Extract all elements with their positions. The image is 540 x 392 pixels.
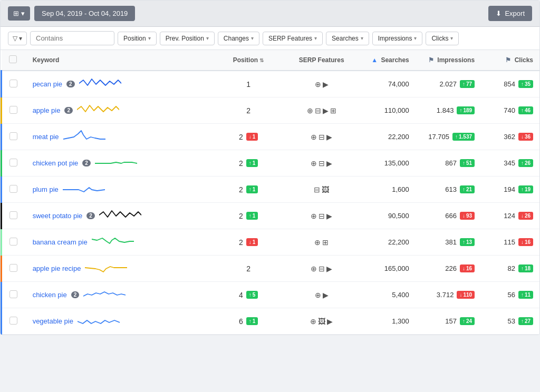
- clicks-dropdown[interactable]: Clicks ▾: [426, 32, 459, 45]
- keyword-link[interactable]: pecan pie: [33, 80, 62, 88]
- serp-icon: ⊟: [319, 133, 325, 141]
- keyword-link[interactable]: chicken pie: [33, 291, 67, 299]
- table-icon-chevron: ▾: [21, 9, 25, 17]
- position-change-badge: 1: [246, 238, 258, 246]
- keyword-link[interactable]: vegetable pie: [33, 317, 73, 325]
- table-view-button[interactable]: ⊞ ▾: [8, 6, 30, 21]
- serp-icon: ⊟: [319, 212, 325, 220]
- impressions-cell: 666 93: [416, 203, 481, 229]
- position-header[interactable]: Position ⇅: [214, 50, 284, 71]
- searches-cell: 110,000: [360, 97, 416, 124]
- table-row: chicken pie 2 4 5 ⊕▶ 5,400 3.712 110: [2, 282, 540, 308]
- position-change-badge: 1: [246, 133, 258, 141]
- searches-cell: 135,000: [360, 150, 416, 177]
- searches-value: 110,000: [384, 106, 409, 114]
- chevron-down-icon: ▾: [450, 35, 453, 41]
- clicks-value: 194: [504, 185, 515, 193]
- position-cell: 4 5: [214, 282, 284, 308]
- position-cell: 2: [214, 97, 284, 124]
- prev-position-dropdown[interactable]: Prev. Position ▾: [160, 32, 215, 45]
- serp-icon: ▶: [326, 133, 332, 141]
- position-number: 6: [239, 317, 243, 326]
- serp-features-dropdown[interactable]: SERP Features ▾: [263, 32, 323, 45]
- serp-features-cell: ⊕⊞: [284, 229, 360, 256]
- clicks-cell: 56 11: [481, 282, 539, 308]
- position-cell: 2: [214, 256, 284, 282]
- position-change-badge: 1: [246, 317, 258, 325]
- impressions-badge: 13: [460, 238, 475, 246]
- searches-header: ▲ Searches: [360, 50, 416, 71]
- toolbar: ⊞ ▾ Sep 04, 2019 - Oct 04, 2019 ⬇ Export: [1, 1, 539, 27]
- filter-icon: ▽: [13, 35, 17, 42]
- serp-icon: ▶: [323, 80, 329, 89]
- impressions-value: 381: [445, 238, 457, 246]
- position-cell: 2 1: [214, 150, 284, 177]
- serp-icon: ⊟: [314, 185, 320, 194]
- impressions-value: 17.705: [428, 133, 449, 141]
- serp-icon: ⊕: [311, 133, 317, 141]
- export-button[interactable]: ⬇ Export: [488, 6, 532, 21]
- impressions-badge: 16: [460, 264, 475, 272]
- keyword-cell: banana cream pie: [26, 229, 214, 256]
- row-checkbox[interactable]: [9, 159, 17, 166]
- table-row: apple pie recipe 2 ⊕⊟▶ 165,000 226 16: [2, 256, 540, 282]
- searches-dropdown[interactable]: Searches ▾: [326, 32, 369, 45]
- row-checkbox[interactable]: [9, 80, 17, 87]
- impressions-dropdown[interactable]: Impressions ▾: [372, 32, 423, 45]
- impressions-value: 157: [445, 317, 457, 325]
- serp-icon: ⊕: [307, 106, 313, 115]
- searches-value: 22,200: [388, 238, 409, 246]
- table-row: sweet potato pie 2 2 1 ⊕⊟▶ 90,500 666 93: [2, 203, 540, 229]
- keyword-link[interactable]: apple pie: [33, 106, 61, 114]
- position-change-badge: 1: [246, 159, 258, 167]
- clicks-header: ⚑ Clicks: [481, 50, 539, 71]
- searches-cell: 5,400: [360, 282, 416, 308]
- changes-dropdown[interactable]: Changes ▾: [218, 32, 259, 45]
- filter-icon-button[interactable]: ▽ ▾: [8, 32, 27, 45]
- keyword-link[interactable]: sweet potato pie: [33, 212, 83, 220]
- clicks-badge: 18: [518, 264, 533, 272]
- keyword-badge: 2: [86, 212, 95, 219]
- searches-value: 1,300: [392, 317, 409, 325]
- searches-value: 165,000: [384, 264, 409, 272]
- sort-icon: ⇅: [259, 57, 264, 63]
- sparkline: [85, 260, 127, 277]
- row-checkbox[interactable]: [9, 211, 17, 219]
- sparkline: [92, 234, 134, 250]
- serp-features-cell: ⊟🖼: [284, 177, 360, 203]
- keyword-link[interactable]: banana cream pie: [33, 238, 88, 246]
- serp-icon: 🖼: [318, 317, 325, 326]
- keyword-cell: sweet potato pie 2: [26, 203, 214, 229]
- keyword-link[interactable]: meat pie: [33, 133, 59, 141]
- keyword-link[interactable]: apple pie recipe: [33, 264, 81, 272]
- row-checkbox[interactable]: [9, 264, 17, 272]
- keyword-link[interactable]: chicken pot pie: [33, 159, 79, 167]
- row-checkbox[interactable]: [9, 132, 17, 140]
- row-checkbox[interactable]: [9, 238, 17, 246]
- date-range-button[interactable]: Sep 04, 2019 - Oct 04, 2019: [34, 6, 135, 21]
- clicks-badge: 11: [518, 291, 533, 299]
- keyword-cell: chicken pie 2: [26, 282, 214, 308]
- serp-features-cell: ⊕🖼▶: [284, 308, 360, 335]
- impressions-value: 1.843: [437, 106, 454, 114]
- serp-features-cell: ⊕⊟▶: [284, 124, 360, 150]
- impressions-cell: 17.705 1.537: [416, 124, 481, 150]
- searches-cell: 22,200: [360, 124, 416, 150]
- impressions-value: 3.712: [437, 291, 454, 299]
- keyword-cell: pecan pie 2: [26, 71, 214, 97]
- keyword-cell: apple pie recipe: [26, 256, 214, 282]
- contains-input[interactable]: [30, 31, 114, 45]
- clicks-badge: 19: [518, 185, 533, 193]
- row-checkbox[interactable]: [9, 317, 17, 325]
- select-all-checkbox[interactable]: [9, 55, 17, 63]
- searches-value: 1,600: [392, 185, 409, 193]
- row-checkbox[interactable]: [9, 290, 17, 298]
- position-dropdown[interactable]: Position ▾: [118, 32, 157, 45]
- filter-chevron: ▾: [19, 35, 22, 42]
- row-checkbox[interactable]: [9, 185, 17, 193]
- table-row: chicken pot pie 2 2 1 ⊕⊟▶ 135,000 867 51: [2, 150, 540, 177]
- keyword-link[interactable]: plum pie: [33, 185, 59, 193]
- serp-icon: ⊞: [322, 238, 329, 247]
- position-number: 2: [239, 159, 243, 168]
- row-checkbox[interactable]: [9, 106, 17, 114]
